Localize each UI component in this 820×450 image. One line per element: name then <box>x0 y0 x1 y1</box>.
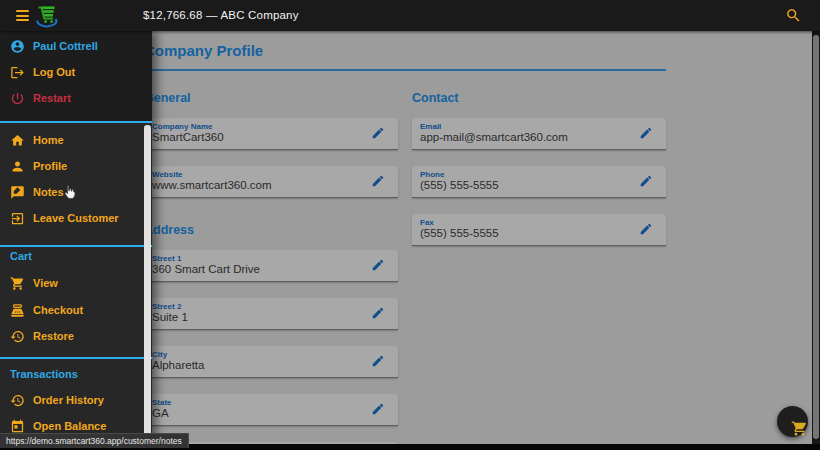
home-icon <box>10 133 25 148</box>
sidebar-item-cart-view[interactable]: View <box>0 270 144 296</box>
cart-section-label: Cart <box>10 250 32 262</box>
sidebar-item-leave-customer[interactable]: Leave Customer <box>0 205 144 231</box>
sidebar-item-profile[interactable]: Profile <box>0 153 144 179</box>
restart-item[interactable]: Restart <box>0 85 152 111</box>
power-icon <box>10 91 25 106</box>
page-scrollbar-thumb[interactable] <box>813 35 819 439</box>
logout-icon <box>10 65 25 80</box>
sidebar-item-notes[interactable]: Notes <box>0 179 144 205</box>
drawer-scrollbar[interactable] <box>144 125 151 437</box>
navigation-drawer: Paul Cottrell Log Out Restart Home Profi… <box>0 31 152 444</box>
sidebar-item-restore[interactable]: Restore <box>0 323 144 349</box>
exit-icon <box>10 211 25 226</box>
drawer-divider <box>0 357 152 359</box>
status-url-tooltip: https://demo.smartcart360.app/customer/n… <box>0 433 189 448</box>
transactions-section-label: Transactions <box>10 368 78 380</box>
account-circle-icon <box>10 39 25 54</box>
account-balance-title: $12,766.68 — ABC Company <box>143 0 299 31</box>
note-edit-icon <box>10 185 25 200</box>
smartcart-logo-icon <box>33 2 60 29</box>
cart-icon <box>10 276 25 291</box>
page-scrollbar-track[interactable] <box>812 31 820 444</box>
register-icon <box>10 303 25 318</box>
top-app-bar: $12,766.68 — ABC Company <box>0 0 820 31</box>
drawer-menu-section: Home Profile Notes Leave Customer Cart V… <box>0 123 152 444</box>
user-account-item[interactable]: Paul Cottrell <box>0 33 152 59</box>
sidebar-item-checkout[interactable]: Checkout <box>0 297 144 323</box>
person-icon <box>10 159 25 174</box>
search-icon[interactable] <box>785 7 802 24</box>
hamburger-menu-icon[interactable] <box>16 10 29 21</box>
history-icon <box>10 393 25 408</box>
cart-fab-button[interactable] <box>777 406 808 437</box>
drawer-user-section: Paul Cottrell Log Out Restart <box>0 31 152 121</box>
restart-label: Restart <box>33 85 71 111</box>
user-name: Paul Cottrell <box>33 33 98 59</box>
history-icon <box>10 329 25 344</box>
logout-label: Log Out <box>33 59 75 85</box>
sidebar-item-order-history[interactable]: Order History <box>0 387 144 413</box>
drawer-divider <box>0 245 152 247</box>
app-window: $12,766.68 — ABC Company Company Profile… <box>0 0 820 450</box>
calendar-icon <box>10 419 25 434</box>
cart-icon <box>784 413 801 430</box>
logout-item[interactable]: Log Out <box>0 59 152 85</box>
sidebar-item-home[interactable]: Home <box>0 127 144 153</box>
